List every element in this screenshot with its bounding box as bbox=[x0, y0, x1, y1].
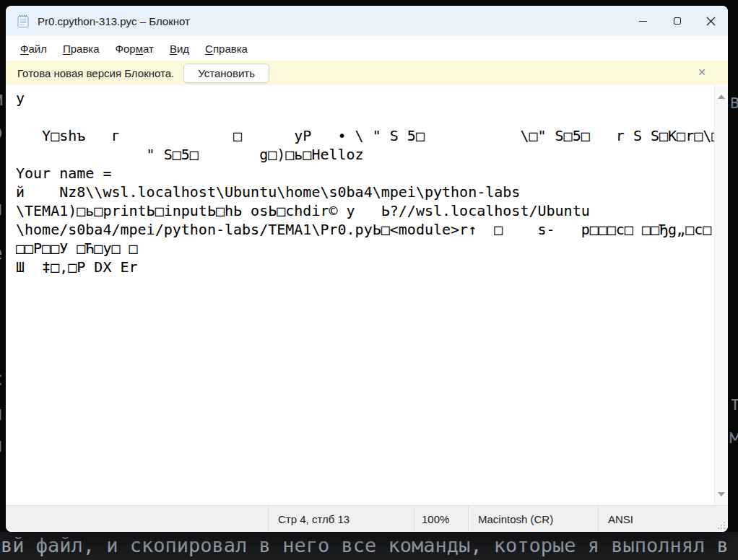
editor-line: " S□5□ g□)□ь□Helloz bbox=[16, 145, 709, 164]
background-text-fragment: ] bbox=[0, 300, 6, 322]
window-title: Pr0.cpython-313.pyc – Блокнот bbox=[38, 15, 190, 27]
install-button[interactable]: Установить bbox=[183, 64, 269, 83]
notepad-icon bbox=[16, 14, 30, 28]
editor-line: □□Р□□У □Ћ□у□ □ bbox=[16, 239, 709, 258]
maximize-button[interactable] bbox=[660, 6, 694, 36]
background-text-fragment: н bbox=[0, 403, 6, 424]
vertical-scrollbar[interactable] bbox=[714, 85, 728, 505]
background-terminal-text: вй файл, и скопировал в него все команды… bbox=[1, 533, 729, 558]
background-text-fragment: л bbox=[0, 434, 6, 456]
editor-line: у bbox=[16, 89, 709, 108]
notification-close-icon[interactable]: ✕ bbox=[698, 66, 706, 78]
window-controls bbox=[626, 6, 728, 36]
editor-line: \TEMA1)□ь□printЬ□inputЬ□hЬ osЬ□chdir© у … bbox=[16, 201, 709, 220]
status-line-ending: Macintosh (CR) bbox=[468, 506, 598, 532]
maximize-icon bbox=[674, 17, 681, 25]
background-text-fragment: в bbox=[729, 91, 738, 113]
resize-grip[interactable] bbox=[716, 520, 726, 530]
menu-item-edit[interactable]: Правка bbox=[55, 43, 108, 55]
status-spacer bbox=[6, 506, 268, 532]
notification-message: Готова новая версия Блокнота. bbox=[17, 67, 174, 79]
close-button[interactable] bbox=[694, 6, 728, 36]
editor-line: Y□shъ г □ уР • \ " S 5□ \□" S□5□ r S S□K… bbox=[16, 126, 709, 145]
status-cursor-position: Стр 4, стлб 13 bbox=[268, 506, 414, 532]
editor-line bbox=[16, 108, 709, 126]
scroll-up-icon[interactable] bbox=[718, 95, 725, 99]
status-bar: Стр 4, стлб 13 100% Macintosh (CR) ANSI bbox=[6, 505, 728, 532]
editor-line: Your name = bbox=[16, 164, 709, 183]
status-encoding: ANSI bbox=[598, 506, 728, 532]
menu-item-format[interactable]: Формат bbox=[108, 43, 162, 55]
editor-line: й Nz8\\wsl.localhost\Ubuntu\home\s0ba4\m… bbox=[16, 183, 709, 201]
background-text-fragment: р bbox=[0, 121, 6, 143]
background-text-fragment: м bbox=[729, 426, 738, 447]
background-text-fragment: й bbox=[0, 198, 6, 219]
minimize-button[interactable] bbox=[626, 6, 660, 36]
notepad-window: Pr0.cpython-313.pyc – Блокнот ФайлПравка… bbox=[6, 6, 728, 532]
minimize-icon bbox=[639, 21, 647, 22]
scroll-down-icon[interactable] bbox=[718, 492, 725, 496]
editor-line: Ш ‡□,□Р DX Er bbox=[16, 258, 709, 276]
menu-item-help[interactable]: Справка bbox=[197, 43, 256, 55]
status-zoom-level: 100% bbox=[414, 506, 468, 532]
menu-item-view[interactable]: Вид bbox=[162, 43, 197, 55]
background-text-fragment: е bbox=[0, 242, 6, 264]
background-text-fragment: т bbox=[729, 393, 738, 414]
background-text-fragment: с bbox=[0, 368, 6, 390]
menu-bar: ФайлПравкаФорматВидСправка bbox=[6, 36, 728, 61]
text-editor[interactable]: у Y□shъ г □ уР • \ " S 5□ \□" S□5□ r S S… bbox=[6, 85, 728, 505]
menu-item-file[interactable]: Файл bbox=[12, 43, 55, 55]
titlebar[interactable]: Pr0.cpython-313.pyc – Блокнот bbox=[6, 6, 728, 36]
update-notification-bar: Готова новая версия Блокнота. Установить… bbox=[6, 61, 728, 85]
editor-line: \home/s0ba4/mpei/python-labs/TEMA1\Pr0.p… bbox=[16, 220, 709, 239]
close-icon bbox=[706, 17, 716, 26]
editor-content: у Y□shъ г □ уР • \ " S 5□ \□" S□5□ r S S… bbox=[6, 85, 728, 276]
background-bottom-strip: вй файл, и скопировал в него все команды… bbox=[0, 532, 738, 560]
background-text-fragment: м bbox=[0, 88, 6, 110]
